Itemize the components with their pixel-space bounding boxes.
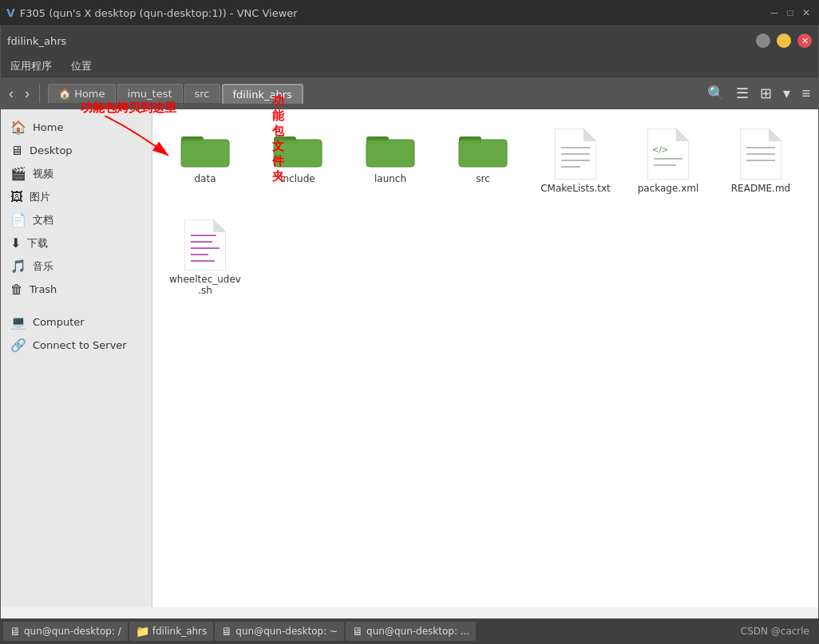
vnc-close-btn[interactable]: ✕	[800, 6, 813, 19]
fm-close-btn[interactable]: ✕	[797, 34, 812, 48]
sidebar-item-trash[interactable]: 🗑 Trash	[1, 278, 152, 301]
status-fdilink-label: fdilink_ahrs	[152, 626, 208, 637]
fm-window-controls: ✕	[756, 34, 812, 48]
file-item-package-xml[interactable]: </> package.xml	[628, 122, 708, 200]
fm-maximize-btn[interactable]	[777, 34, 791, 48]
vnc-title: F305 (qun's X desktop (qun-desktop:1)) -…	[20, 7, 298, 19]
status-terminal-extra[interactable]: 🖥 qun@qun-desktop: ...	[346, 622, 476, 641]
breadcrumb-home[interactable]: 🏠 Home	[48, 84, 116, 103]
svg-rect-6	[274, 140, 322, 167]
home-icon: 🏠	[10, 120, 26, 135]
folder-icon-include	[272, 128, 323, 170]
dropdown-button[interactable]: ▾	[778, 81, 795, 105]
file-icon-package-xml: </>	[647, 128, 689, 180]
vnc-maximize-btn[interactable]: □	[784, 6, 797, 19]
sidebar-label-videos: 视频	[33, 167, 53, 181]
file-icon-readme	[740, 128, 781, 180]
file-item-include[interactable]: include	[258, 122, 338, 200]
sidebar-item-music[interactable]: 🎵 音乐	[1, 255, 152, 278]
folder-icon-data	[180, 128, 231, 170]
sidebar-item-desktop[interactable]: 🖥 Desktop	[1, 139, 152, 162]
toolbar-separator	[39, 84, 40, 103]
file-item-src[interactable]: src	[443, 122, 523, 200]
file-name-package-xml: package.xml	[638, 183, 699, 194]
file-item-wheeltec-udev[interactable]: wheeltec_udev.sh	[165, 213, 245, 302]
sidebar-item-connect-to-server[interactable]: 🔗 Connect to Server	[1, 334, 152, 357]
grid-view-button[interactable]: ⊞	[755, 81, 777, 105]
sidebar-label-documents: 文档	[33, 213, 53, 227]
vnc-titlebar: V F305 (qun's X desktop (qun-desktop:1))…	[0, 0, 819, 26]
content-area: 🏠 Home 🖥 Desktop 🎬 视频 🖼 图片 📄 文档 ⬇ 下载	[1, 109, 818, 607]
downloads-icon: ⬇	[10, 235, 21, 251]
fm-title: fdilink_ahrs	[7, 35, 66, 47]
sidebar-label-pictures: 图片	[30, 190, 50, 204]
sidebar-label-computer: Computer	[33, 316, 85, 328]
breadcrumb-src[interactable]: src	[184, 84, 220, 103]
sidebar-label-connect: Connect to Server	[33, 339, 127, 351]
status-terminal-label-0: qun@qun-desktop: /	[24, 626, 121, 637]
sidebar-label-music: 音乐	[33, 259, 53, 274]
breadcrumb-fdilink-ahrs[interactable]: fdilink_ahrs	[222, 84, 303, 104]
breadcrumb-imu-test[interactable]: imu_test	[117, 84, 183, 103]
file-item-readme[interactable]: README.md	[721, 122, 801, 200]
file-item-launch[interactable]: launch	[350, 122, 430, 200]
list-view-button[interactable]: ☰	[731, 81, 754, 105]
vnc-logo: V	[6, 6, 15, 19]
folder-icon-launch	[365, 128, 416, 170]
computer-icon: 💻	[10, 314, 26, 330]
sidebar-item-videos[interactable]: 🎬 视频	[1, 162, 152, 185]
file-icon-wheeltec-udev	[184, 219, 226, 271]
trash-icon: 🗑	[10, 282, 23, 297]
fm-minimize-btn[interactable]	[756, 34, 770, 48]
file-item-cmakelists[interactable]: CMakeLists.txt	[536, 122, 615, 200]
file-manager-window: fdilink_ahrs ✕ 应用程序 位置 ‹ › 🏠 Home imu_te…	[0, 26, 819, 632]
sidebar: 🏠 Home 🖥 Desktop 🎬 视频 🖼 图片 📄 文档 ⬇ 下载	[1, 109, 152, 607]
status-terminal-home[interactable]: 🖥 qun@qun-desktop: ~	[215, 622, 344, 641]
status-right-text: CSDN @cacrle	[741, 626, 809, 637]
sidebar-item-home[interactable]: 🏠 Home	[1, 116, 152, 139]
status-terminal-root[interactable]: 🖥 qun@qun-desktop: /	[3, 622, 128, 641]
file-name-readme: README.md	[731, 183, 790, 194]
vnc-window-controls: ─ □ ✕	[768, 6, 813, 19]
sidebar-item-pictures[interactable]: 🖼 图片	[1, 185, 152, 208]
sidebar-item-downloads[interactable]: ⬇ 下载	[1, 231, 152, 255]
statusbar: 🖥 qun@qun-desktop: / 📁 fdilink_ahrs 🖥 qu…	[0, 618, 819, 644]
file-grid: data include	[152, 109, 818, 607]
home-tab-label: Home	[74, 88, 105, 100]
breadcrumb-area: 🏠 Home imu_test src fdilink_ahrs	[45, 84, 701, 104]
file-name-cmakelists: CMakeLists.txt	[540, 183, 611, 194]
status-terminal-icon-3: 🖥	[352, 625, 363, 638]
svg-rect-14	[459, 140, 507, 167]
sidebar-label-downloads: 下载	[27, 236, 48, 251]
connect-server-icon: 🔗	[10, 338, 26, 353]
file-item-data[interactable]: data	[165, 122, 245, 200]
sidebar-item-documents[interactable]: 📄 文档	[1, 208, 152, 231]
music-icon: 🎵	[10, 259, 26, 274]
back-button[interactable]: ‹	[4, 82, 18, 105]
sidebar-item-computer[interactable]: 💻 Computer	[1, 310, 152, 334]
svg-marker-33	[213, 219, 226, 232]
search-button[interactable]: 🔍	[702, 81, 730, 105]
menu-location[interactable]: 位置	[68, 57, 95, 75]
status-terminal-icon-0: 🖥	[10, 625, 21, 638]
svg-rect-10	[366, 140, 414, 167]
file-name-wheeltec-udev: wheeltec_udev.sh	[168, 274, 242, 296]
sidebar-label-home: Home	[33, 121, 63, 133]
status-fdilink[interactable]: 📁 fdilink_ahrs	[129, 622, 214, 641]
folder-icon-src	[457, 128, 508, 170]
documents-icon: 📄	[10, 212, 26, 227]
fm-titlebar: fdilink_ahrs ✕	[1, 26, 818, 55]
status-terminal-icon-2: 🖥	[221, 625, 232, 638]
status-folder-icon: 📁	[136, 625, 149, 638]
svg-text:</>: </>	[652, 145, 668, 154]
menu-button[interactable]: ≡	[797, 82, 815, 105]
sidebar-separator	[1, 301, 152, 310]
fm-menubar: 应用程序 位置	[1, 55, 818, 77]
menu-applications[interactable]: 应用程序	[7, 57, 55, 75]
forward-button[interactable]: ›	[20, 82, 34, 105]
file-name-data: data	[194, 173, 216, 184]
file-icon-cmakelists	[555, 128, 596, 180]
vnc-minimize-btn[interactable]: ─	[768, 6, 781, 19]
home-tab-icon: 🏠	[58, 88, 71, 100]
sidebar-label-desktop: Desktop	[30, 144, 73, 156]
